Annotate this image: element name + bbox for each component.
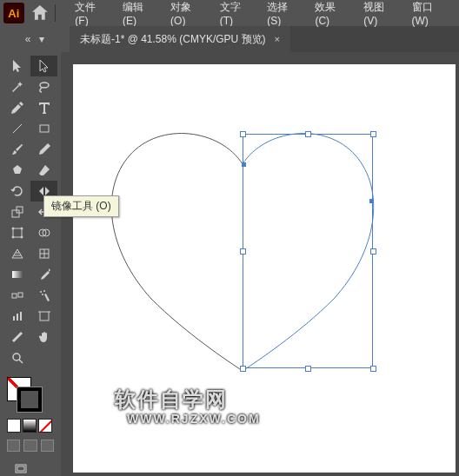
toggle-panels-icon[interactable]: « bbox=[25, 33, 31, 45]
direct-selection-tool[interactable] bbox=[30, 56, 57, 76]
svg-rect-21 bbox=[13, 316, 15, 321]
artboard[interactable]: 软件自学网 WWW.RJZXW.COM bbox=[73, 64, 456, 473]
menu-window[interactable]: 窗口(W) bbox=[405, 0, 456, 32]
pencil-tool[interactable] bbox=[30, 139, 57, 160]
magic-wand-tool[interactable] bbox=[3, 76, 30, 97]
svg-point-8 bbox=[12, 236, 14, 238]
menu-effect[interactable]: 效果(C) bbox=[308, 0, 356, 32]
svg-rect-2 bbox=[40, 125, 49, 132]
gradient-tool[interactable] bbox=[3, 264, 30, 285]
panel-menu-icon[interactable]: ▾ bbox=[39, 33, 44, 45]
perspective-tool[interactable] bbox=[3, 243, 30, 264]
svg-rect-22 bbox=[17, 314, 18, 321]
toolbox bbox=[0, 52, 61, 476]
stroke-swatch[interactable] bbox=[17, 387, 42, 412]
screen-mode-tool[interactable] bbox=[7, 459, 34, 476]
svg-point-18 bbox=[40, 291, 42, 293]
close-icon[interactable]: × bbox=[275, 34, 280, 44]
mesh-tool[interactable] bbox=[30, 243, 57, 264]
svg-point-27 bbox=[13, 354, 20, 360]
blend-tool[interactable] bbox=[3, 285, 30, 306]
handle-tm[interactable] bbox=[305, 131, 311, 137]
eyedropper-tool[interactable] bbox=[30, 264, 57, 285]
handle-tl[interactable] bbox=[240, 131, 246, 137]
top-bar: Ai 文件(F) 编辑(E) 对象(O) 文字(T) 选择(S) 效果(C) 视… bbox=[0, 0, 459, 26]
watermark-url: WWW.RJZXW.COM bbox=[127, 412, 261, 426]
artboard-tool[interactable] bbox=[30, 306, 57, 327]
shape-builder-tool[interactable] bbox=[30, 222, 57, 243]
svg-line-1 bbox=[13, 124, 22, 133]
handle-ml[interactable] bbox=[240, 248, 246, 255]
svg-rect-23 bbox=[20, 312, 22, 321]
empty-slot bbox=[30, 347, 57, 368]
scale-tool[interactable] bbox=[3, 202, 30, 222]
handle-bl[interactable] bbox=[240, 366, 246, 372]
brush-tool[interactable] bbox=[3, 139, 30, 160]
free-transform-tool[interactable] bbox=[3, 222, 30, 243]
handle-tr[interactable] bbox=[370, 131, 376, 137]
eraser-tool[interactable] bbox=[30, 160, 57, 181]
fill-stroke-swatch[interactable] bbox=[7, 377, 42, 412]
svg-point-7 bbox=[21, 228, 23, 229]
pen-tool[interactable] bbox=[3, 97, 30, 118]
selection-bbox[interactable] bbox=[243, 134, 373, 368]
color-mode-solid[interactable] bbox=[7, 419, 21, 433]
color-swatches bbox=[3, 368, 57, 476]
color-mode-gradient[interactable] bbox=[23, 419, 37, 433]
color-mode-none[interactable] bbox=[38, 419, 52, 433]
column-graph-tool[interactable] bbox=[3, 306, 30, 327]
shaper-tool[interactable] bbox=[3, 160, 30, 181]
zoom-tool[interactable] bbox=[3, 347, 30, 368]
handle-br[interactable] bbox=[370, 366, 376, 372]
anchor-top[interactable] bbox=[242, 162, 246, 167]
watermark-text: 软件自学网 bbox=[115, 386, 228, 413]
selection-tool[interactable] bbox=[3, 56, 30, 76]
control-strip: « ▾ bbox=[0, 26, 70, 52]
handle-mr[interactable] bbox=[370, 248, 376, 255]
doc-tab[interactable]: 未标题-1* @ 41.58% (CMYK/GPU 预览) × bbox=[70, 26, 290, 52]
draw-mode-inside[interactable] bbox=[41, 440, 54, 452]
app-logo: Ai bbox=[3, 3, 24, 23]
menu-view[interactable]: 视图(V) bbox=[356, 0, 404, 32]
svg-rect-5 bbox=[13, 228, 22, 237]
svg-line-28 bbox=[19, 360, 23, 363]
tooltip: 镜像工具 (O) bbox=[43, 195, 119, 217]
anchor-right[interactable] bbox=[369, 199, 374, 203]
symbol-sprayer-tool[interactable] bbox=[30, 285, 57, 306]
rotate-tool[interactable] bbox=[3, 181, 30, 202]
home-icon[interactable] bbox=[30, 3, 50, 23]
svg-point-9 bbox=[21, 236, 23, 238]
svg-point-6 bbox=[12, 228, 14, 229]
draw-mode-normal[interactable] bbox=[7, 440, 20, 452]
rectangle-tool[interactable] bbox=[30, 118, 57, 139]
slice-tool[interactable] bbox=[3, 327, 30, 347]
handle-bm[interactable] bbox=[305, 366, 311, 372]
svg-point-20 bbox=[42, 294, 43, 295]
hand-tool[interactable] bbox=[30, 327, 57, 347]
svg-rect-24 bbox=[40, 312, 49, 321]
svg-rect-16 bbox=[12, 294, 17, 298]
canvas-area[interactable]: 软件自学网 WWW.RJZXW.COM bbox=[61, 52, 459, 476]
doc-title: 未标题-1* @ 41.58% (CMYK/GPU 预览) bbox=[80, 32, 266, 47]
type-tool[interactable] bbox=[30, 97, 57, 118]
lasso-tool[interactable] bbox=[30, 76, 57, 97]
line-tool[interactable] bbox=[3, 118, 30, 139]
svg-rect-3 bbox=[12, 210, 19, 217]
svg-rect-15 bbox=[12, 271, 23, 278]
draw-mode-behind[interactable] bbox=[23, 440, 37, 452]
svg-rect-17 bbox=[18, 293, 23, 297]
svg-rect-30 bbox=[17, 466, 24, 471]
svg-point-19 bbox=[43, 290, 45, 292]
divider bbox=[55, 4, 56, 22]
